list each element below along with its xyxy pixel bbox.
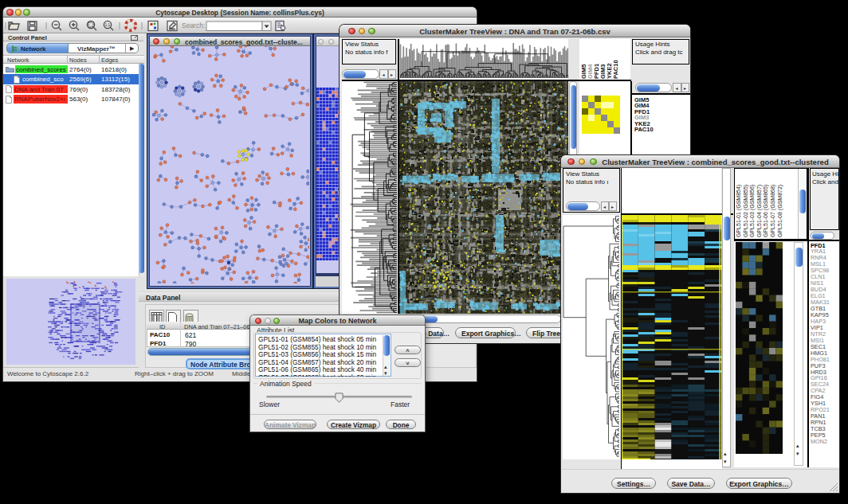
svg-text:Search:: Search: <box>182 21 205 29</box>
svg-text:1:1: 1:1 <box>105 23 111 27</box>
